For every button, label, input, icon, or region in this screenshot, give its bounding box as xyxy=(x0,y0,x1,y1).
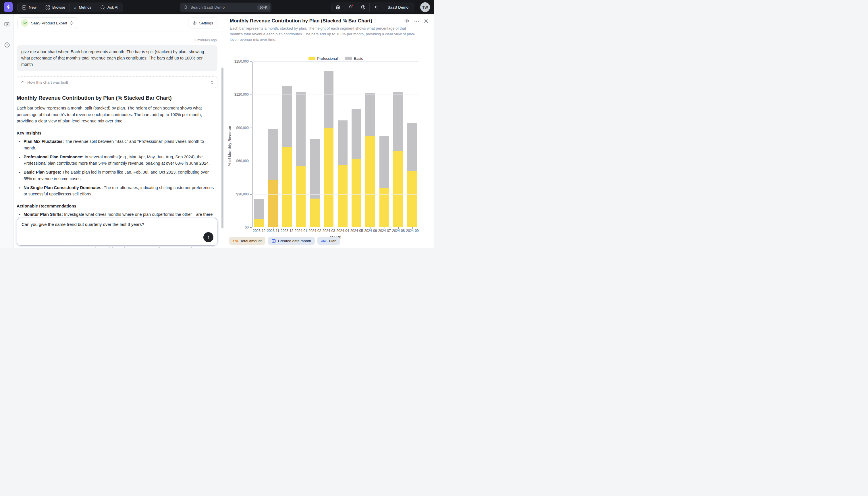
bar-2024-01[interactable] xyxy=(296,92,306,227)
y-tick xyxy=(250,95,252,95)
nav-ask-ai-button[interactable]: Ask AI xyxy=(96,3,123,12)
chat-input[interactable]: Can you give the same trend but quarterl… xyxy=(17,218,218,246)
chat-header: SP SaaS Product Expert Settings xyxy=(14,14,224,32)
legend-item-basic[interactable]: Basic xyxy=(345,56,363,61)
legend-item-professional[interactable]: Professional xyxy=(308,56,338,61)
x-tick xyxy=(413,227,413,229)
x-tick-label: 2023-12 xyxy=(280,229,294,233)
nav-browse-button[interactable]: Browse xyxy=(41,3,70,12)
agent-selector[interactable]: SP SaaS Product Expert xyxy=(17,17,77,29)
bar-segment-professional[interactable] xyxy=(407,171,417,227)
bar-2024-03[interactable] xyxy=(324,71,334,227)
x-tick-label: 2024-05 xyxy=(350,229,364,233)
bar-2024-05[interactable] xyxy=(352,109,361,227)
search-shortcut: ⌘+K xyxy=(257,4,270,10)
legend-label: Professional xyxy=(317,56,338,61)
send-button[interactable]: ↑ xyxy=(203,232,213,242)
bar-segment-basic[interactable] xyxy=(365,93,375,136)
settings-gear-button[interactable] xyxy=(332,3,344,12)
nav-new-button[interactable]: New xyxy=(17,3,41,12)
text-field-icon: Abc xyxy=(321,239,326,243)
x-tick-label: 2023-10 xyxy=(252,229,266,233)
bar-segment-basic[interactable] xyxy=(324,71,334,128)
sparkles-icon xyxy=(373,5,378,10)
x-tick-label: 2024-04 xyxy=(336,229,350,233)
x-tick xyxy=(398,227,399,229)
bar-segment-professional[interactable] xyxy=(296,166,306,227)
y-axis-title: % of Monthly Revenue xyxy=(228,80,232,212)
bar-2023-11[interactable] xyxy=(268,129,278,227)
bar-segment-basic[interactable] xyxy=(254,199,264,219)
bar-segment-basic[interactable] xyxy=(407,123,417,171)
x-tick xyxy=(273,227,273,229)
notifications-button[interactable] xyxy=(344,3,357,12)
bar-2024-08[interactable] xyxy=(393,92,403,227)
bullet-item: Basic Plan Surges: The Basic plan led in… xyxy=(23,169,218,182)
workspace-button[interactable]: SaaS Demo xyxy=(382,3,414,12)
plus-circle-icon xyxy=(4,42,10,48)
x-tick-label: 2023-11 xyxy=(266,229,280,233)
insights-list: Plan Mix Fluctuates: The revenue split b… xyxy=(23,138,218,198)
field-badge-created-date-month[interactable]: Created date month xyxy=(268,237,315,245)
bar-segment-basic[interactable] xyxy=(352,109,361,158)
bar-segment-professional[interactable] xyxy=(268,180,278,227)
bar-2024-02[interactable] xyxy=(310,139,320,227)
bar-segment-professional[interactable] xyxy=(380,188,389,227)
chevron-updown-icon xyxy=(211,80,214,84)
field-badge-total-amount[interactable]: 123Total amount xyxy=(229,237,266,245)
x-tick-label: 2024-08 xyxy=(391,229,405,233)
y-tick-label: $90,000 xyxy=(236,126,249,130)
bar-segment-basic[interactable] xyxy=(393,92,403,151)
bar-segment-professional[interactable] xyxy=(324,128,334,227)
legend-label: Basic xyxy=(354,56,363,61)
bar-2023-10[interactable] xyxy=(254,199,264,227)
bar-segment-professional[interactable] xyxy=(365,136,375,227)
app-logo[interactable] xyxy=(4,2,13,12)
new-thread-button[interactable] xyxy=(0,39,14,50)
artifact-header: Monthly Revenue Contribution by Plan (St… xyxy=(224,14,434,43)
panel-toggle-button[interactable] xyxy=(0,18,14,30)
chat-scroll-area[interactable]: 3 minutes ago give me a bar chart where … xyxy=(14,32,224,248)
nav-metrics-label: Metrics xyxy=(79,5,91,10)
settings-button[interactable]: Settings xyxy=(188,17,218,29)
bar-2023-12[interactable] xyxy=(282,86,292,227)
response-intro: Each bar below represents a month, split… xyxy=(17,105,218,124)
close-button[interactable] xyxy=(424,19,428,23)
nav-button-group: New Browse # Metrics Ask AI xyxy=(17,3,123,12)
bar-2024-09[interactable] xyxy=(407,123,417,227)
bar-segment-professional[interactable] xyxy=(352,159,361,227)
x-tick xyxy=(329,227,329,229)
bar-2024-07[interactable] xyxy=(380,136,389,227)
gridline xyxy=(252,128,419,128)
chart-built-expander[interactable]: How this chart was built xyxy=(17,76,218,88)
bar-segment-professional[interactable] xyxy=(282,147,292,227)
chat-scrollbar[interactable] xyxy=(222,67,223,229)
field-badge-plan[interactable]: AbcPlan xyxy=(317,237,340,245)
help-button[interactable] xyxy=(357,3,370,12)
view-button[interactable] xyxy=(404,19,409,23)
bar-2024-06[interactable] xyxy=(365,93,375,227)
field-badges: 123Total amountCreated date monthAbcPlan xyxy=(229,237,340,245)
bar-segment-basic[interactable] xyxy=(268,129,278,180)
bullet-item: Professional Plan Dominance: In several … xyxy=(23,154,218,167)
bar-segment-professional[interactable] xyxy=(310,199,320,227)
bar-segment-basic[interactable] xyxy=(380,136,389,188)
more-button[interactable] xyxy=(414,20,419,22)
bar-segment-professional[interactable] xyxy=(338,165,348,227)
gridline xyxy=(252,194,419,195)
bar-segment-professional[interactable] xyxy=(254,219,264,227)
global-search[interactable]: Search SaaS Demo ⌘+K xyxy=(180,3,271,12)
ai-sparkles-button[interactable] xyxy=(370,3,382,12)
bar-segment-basic[interactable] xyxy=(296,92,306,167)
hash-icon: # xyxy=(74,5,76,10)
user-message-bubble: give me a bar chart where Each bar repre… xyxy=(17,45,218,71)
bar-segment-basic[interactable] xyxy=(338,120,348,165)
bar-segment-basic[interactable] xyxy=(310,139,320,199)
y-tick xyxy=(250,227,252,228)
bar-segment-professional[interactable] xyxy=(393,151,403,227)
nav-metrics-button[interactable]: # Metrics xyxy=(70,3,96,12)
nav-browse-label: Browse xyxy=(52,5,65,10)
bar-2024-04[interactable] xyxy=(338,120,348,227)
user-avatar[interactable]: TW xyxy=(420,2,430,12)
app-root: New Browse # Metrics Ask AI Search SaaS … xyxy=(0,0,434,248)
